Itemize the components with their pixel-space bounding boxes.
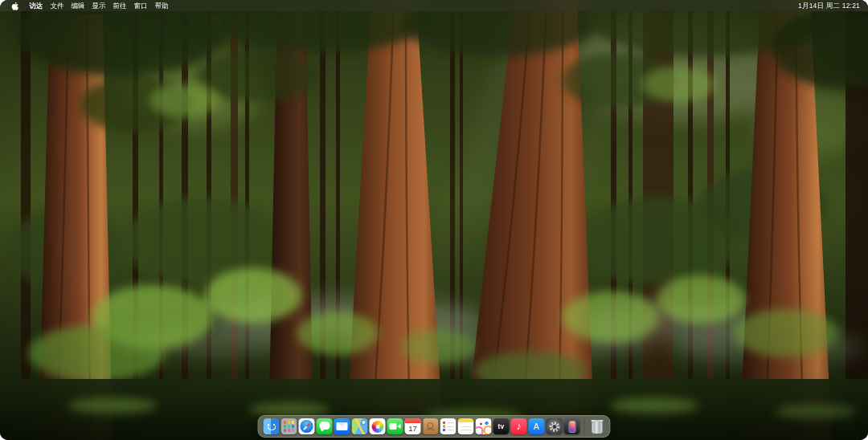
menu-bar-clock[interactable]: 1月14日 周二 12:21 xyxy=(798,2,860,10)
apple-menu[interactable] xyxy=(8,2,22,10)
menu-item-3[interactable]: 编辑 xyxy=(68,0,88,11)
dock: 17tv♪A xyxy=(258,415,611,438)
dock-item-maps[interactable] xyxy=(352,418,368,434)
dock-item-contacts[interactable] xyxy=(423,418,439,434)
calendar-day: 17 xyxy=(405,422,421,434)
desktop: 访达文件编辑显示前往窗口帮助 1月14日 周二 12:21 17tv♪A xyxy=(0,0,868,440)
menu-bar-right: 1月14日 周二 12:21 xyxy=(798,0,860,11)
menu-item-1[interactable]: 访达 xyxy=(26,0,47,11)
menu-bar-menus: 访达文件编辑显示前往窗口帮助 xyxy=(26,0,172,11)
menu-item-2[interactable]: 文件 xyxy=(47,0,68,11)
wallpaper-sequoia-forest xyxy=(0,0,868,440)
dock-item-messages[interactable] xyxy=(317,418,333,434)
dock-item-mail[interactable] xyxy=(334,418,350,434)
dock-item-calendar[interactable]: 17 xyxy=(405,418,421,434)
dock-item-reminders[interactable] xyxy=(440,418,457,434)
dock-item-settings[interactable] xyxy=(547,418,563,434)
menu-bar: 访达文件编辑显示前往窗口帮助 1月14日 周二 12:21 xyxy=(0,0,868,11)
dock-item-tv[interactable]: tv xyxy=(493,418,510,434)
menu-bar-left: 访达文件编辑显示前往窗口帮助 xyxy=(8,0,172,11)
dock-divider xyxy=(584,418,585,434)
music-glyph: ♪ xyxy=(511,418,527,434)
dock-item-notes[interactable] xyxy=(458,418,474,434)
dock-item-music[interactable]: ♪ xyxy=(511,418,527,434)
menu-item-7[interactable]: 帮助 xyxy=(151,0,172,11)
dock-item-photos[interactable] xyxy=(370,418,386,434)
dock-item-iphone-mirroring[interactable] xyxy=(564,418,580,434)
dock-item-freeform[interactable] xyxy=(476,418,492,434)
appstore-glyph: A xyxy=(529,418,545,434)
menu-item-6[interactable]: 窗口 xyxy=(130,0,151,11)
menu-item-4[interactable]: 显示 xyxy=(88,0,109,11)
dock-item-trash[interactable] xyxy=(589,418,605,434)
dock-item-safari[interactable] xyxy=(299,418,315,434)
dock-item-facetime[interactable] xyxy=(387,418,403,434)
dock-item-appstore[interactable]: A xyxy=(529,418,545,434)
apple-logo-icon xyxy=(11,2,18,10)
tv-glyph: tv xyxy=(493,418,510,434)
menu-item-5[interactable]: 前往 xyxy=(109,0,130,11)
dock-item-launchpad[interactable] xyxy=(281,418,297,434)
dock-item-finder[interactable] xyxy=(264,418,280,434)
